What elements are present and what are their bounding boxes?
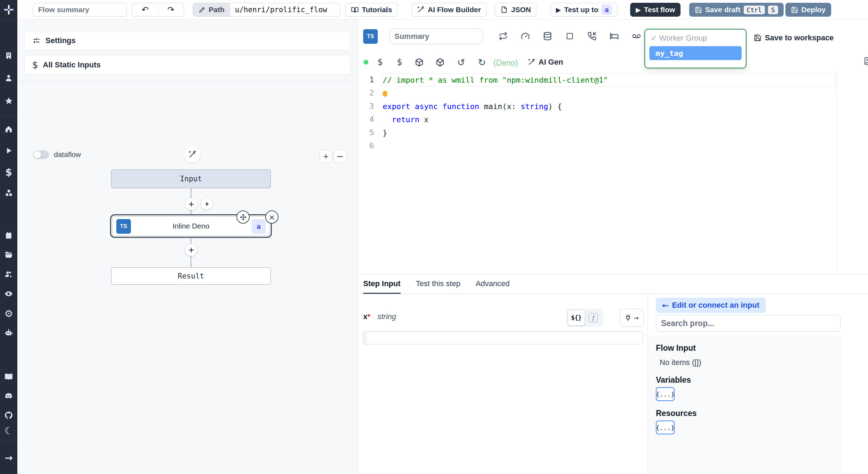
code-line[interactable]: 5} xyxy=(358,126,868,139)
code-editor[interactable]: 1// import * as wmill from "npm:windmill… xyxy=(358,71,868,274)
step-tabs: Step Input Test this step Advanced xyxy=(358,275,868,294)
folder-icon[interactable] xyxy=(0,250,17,260)
flow-input-empty: No items ([]) xyxy=(660,358,701,367)
plus-icon: + xyxy=(323,151,328,162)
sidebar-divider xyxy=(0,442,17,442)
package-icon[interactable] xyxy=(414,57,424,67)
plus-icon xyxy=(188,247,194,253)
calendar-icon[interactable] xyxy=(0,231,17,240)
ai-gen-label: AI Gen xyxy=(539,58,563,67)
all-static-inputs-row[interactable]: $ All Static Inputs xyxy=(24,55,351,75)
play-icon: ▶ xyxy=(636,6,641,14)
stop-square-icon[interactable] xyxy=(565,31,575,41)
path-edit-button[interactable]: Path xyxy=(193,3,230,16)
step-id-badge: a xyxy=(601,5,612,15)
buildings-icon[interactable] xyxy=(0,51,17,60)
deploy-button[interactable]: Deploy xyxy=(785,3,831,17)
flow-node-input[interactable]: Input xyxy=(111,169,271,188)
dollar-resource-icon[interactable]: $ xyxy=(395,57,404,67)
user-icon[interactable] xyxy=(0,73,17,83)
ai-wand-button[interactable] xyxy=(184,146,201,163)
settings-row[interactable]: Settings xyxy=(24,31,351,50)
expr-mode-button[interactable]: ${} xyxy=(568,310,585,326)
eye-icon[interactable] xyxy=(0,289,17,299)
discord-icon[interactable] xyxy=(0,391,17,401)
trigger-button[interactable] xyxy=(201,198,213,210)
play-icon[interactable] xyxy=(0,146,17,156)
connect-input-button[interactable]: → xyxy=(619,309,644,327)
code-line[interactable]: 3export async function main(x: string) { xyxy=(358,100,868,113)
refresh-icon[interactable]: ↻ xyxy=(477,57,487,67)
flow-graph: dataflow + − Input TS Inlin xyxy=(17,81,358,474)
save-draft-button[interactable]: Save draft Ctrl S xyxy=(689,3,784,17)
resources-object-badge[interactable]: {...} xyxy=(656,421,675,434)
worker-group-option-my-tag[interactable]: my_tag xyxy=(649,46,742,60)
variables-object-badge[interactable]: {...} xyxy=(656,387,675,401)
library-book-icon[interactable] xyxy=(863,56,868,66)
move-step-button[interactable] xyxy=(236,210,250,224)
test-up-to-button[interactable]: ▶ Test up to a xyxy=(550,3,617,17)
json-button[interactable]: JSON xyxy=(495,3,536,17)
save-to-workspace-button[interactable]: Save to workspace xyxy=(754,33,834,42)
redo-icon: ↷ xyxy=(167,5,174,15)
argument-value-input[interactable] xyxy=(363,331,643,344)
code-line[interactable]: 2 xyxy=(358,86,868,100)
toggle-knob xyxy=(34,151,41,158)
windmill-logo-icon[interactable] xyxy=(0,3,17,16)
code-line[interactable]: 4 return x xyxy=(358,113,868,126)
dollar-icon[interactable]: $ xyxy=(0,167,17,177)
voicemail-icon[interactable] xyxy=(632,31,641,41)
path-control[interactable]: Path u/henri/prolific_flow xyxy=(193,3,340,17)
pencil-icon xyxy=(199,6,206,13)
tab-test-this-step[interactable]: Test this step xyxy=(416,275,460,294)
gear-icon[interactable]: ⚙ xyxy=(0,309,17,318)
redo-button[interactable]: ↷ xyxy=(158,3,184,16)
robot-icon[interactable] xyxy=(0,328,17,338)
delete-step-button[interactable]: × xyxy=(265,210,278,224)
home-icon[interactable] xyxy=(0,124,17,134)
dollar-variable-icon[interactable]: $ xyxy=(375,57,385,67)
flow-summary-input[interactable] xyxy=(33,3,127,17)
arrow-left-icon: ← xyxy=(662,301,668,310)
edit-or-connect-button[interactable]: ← Edit or connect an input xyxy=(656,298,766,313)
users-gear-icon[interactable] xyxy=(0,269,17,279)
book-open-icon[interactable] xyxy=(0,372,17,382)
sidebar-divider xyxy=(0,115,17,116)
gauge-icon[interactable] xyxy=(520,31,530,41)
fn-mode-button[interactable]: f xyxy=(585,313,602,322)
package-icon[interactable] xyxy=(435,57,445,67)
code-line[interactable]: 1// import * as wmill from "npm:windmill… xyxy=(358,73,868,86)
ai-flow-builder-button[interactable]: AI Flow Builder xyxy=(411,3,486,17)
history-icon[interactable]: ↺ xyxy=(456,57,466,67)
repeat-icon[interactable] xyxy=(498,31,508,41)
code-line[interactable]: 6 xyxy=(358,139,868,152)
dataflow-toggle[interactable] xyxy=(33,150,49,159)
moon-icon[interactable]: ☾ xyxy=(0,426,17,435)
minus-icon: − xyxy=(336,151,344,161)
arrow-right-icon[interactable]: → xyxy=(0,453,17,463)
bed-icon[interactable] xyxy=(609,31,619,41)
insert-step-button[interactable] xyxy=(185,244,198,256)
summary-input[interactable] xyxy=(389,28,483,44)
github-icon[interactable] xyxy=(0,410,17,420)
test-flow-button[interactable]: ▶ Test flow xyxy=(630,3,681,17)
phone-incoming-icon[interactable] xyxy=(587,31,597,41)
insert-step-button[interactable] xyxy=(185,198,198,210)
database-icon[interactable] xyxy=(543,31,552,41)
zoom-out-button[interactable]: − xyxy=(334,150,347,163)
windmill-flow-editor: $ ⚙ ☾ xyxy=(0,0,868,474)
star-icon[interactable] xyxy=(0,96,17,106)
search-prop-input[interactable] xyxy=(656,315,841,332)
zoom-in-button[interactable]: + xyxy=(319,150,332,163)
tutorials-button[interactable]: Tutorials xyxy=(345,3,398,17)
step-id-badge: a xyxy=(252,219,266,234)
ai-gen-button[interactable]: AI Gen xyxy=(528,58,563,67)
flow-node-result[interactable]: Result xyxy=(111,267,271,285)
typescript-badge: TS xyxy=(116,219,131,234)
cubes-icon[interactable] xyxy=(0,188,17,198)
required-asterisk: * xyxy=(367,312,370,321)
resources-title: Resources xyxy=(656,409,697,418)
tab-step-input[interactable]: Step Input xyxy=(363,275,401,294)
undo-button[interactable]: ↶ xyxy=(132,3,158,16)
tab-advanced[interactable]: Advanced xyxy=(476,275,510,294)
